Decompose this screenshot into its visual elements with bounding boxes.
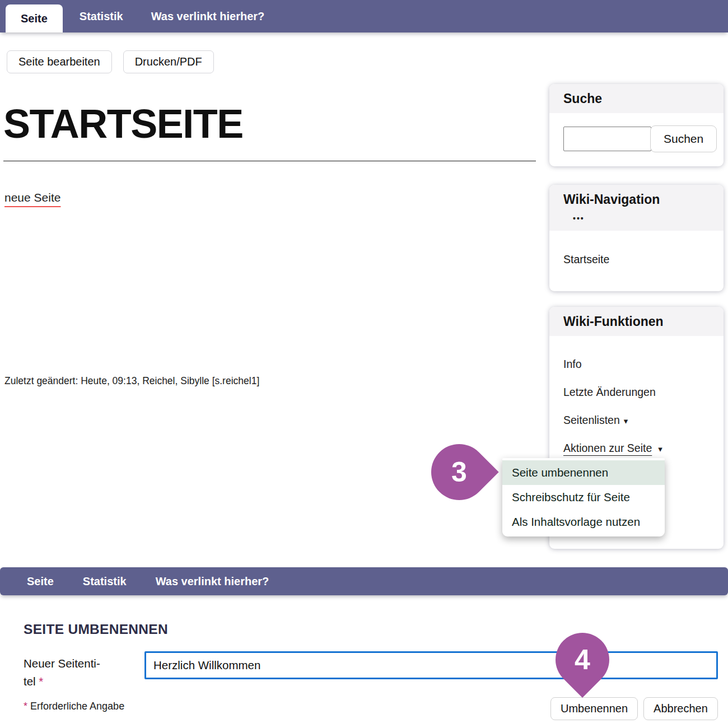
tab-was-verlinkt-hierher[interactable]: Was verlinkt hierher? [156, 575, 269, 588]
tab-seite[interactable]: Seite [27, 575, 54, 588]
new-title-input[interactable] [144, 651, 718, 679]
wiki-navigation-body: Startseite [549, 231, 724, 266]
wiki-functions-header: Wiki-Funktionen [549, 307, 724, 336]
menu-item-inhaltsvorlage[interactable]: Als Inhaltsvorlage nutzen [502, 510, 665, 534]
chevron-down-icon: ▾ [658, 444, 662, 454]
page-title: STARTSEITE [3, 101, 243, 147]
wiki-functions-title: Wiki-Funktionen [563, 314, 664, 329]
step-3-callout: 3 [419, 432, 498, 511]
search-box-header: Suche [549, 84, 724, 113]
edit-page-button[interactable]: Seite bearbeiten [7, 50, 112, 73]
chevron-down-icon: ▾ [624, 416, 628, 426]
wiki-navigation-title: Wiki-Navigation [563, 192, 660, 207]
func-item-aktionen-zur-seite[interactable]: Aktionen zur Seite▾ [563, 442, 710, 455]
func-item-label: Info [563, 358, 582, 370]
func-item-label: Aktionen zur Seite [563, 442, 654, 454]
ellipsis-icon[interactable]: ••• [573, 214, 710, 223]
cancel-button[interactable]: Abbrechen [643, 697, 718, 720]
new-title-label-line2: tel [24, 675, 36, 688]
func-item-info[interactable]: Info [563, 358, 710, 371]
wiki-navigation-box: Wiki-Navigation ••• Startseite [549, 185, 724, 291]
search-box-body: Suchen [549, 113, 724, 152]
step-3-number: 3 [431, 444, 487, 500]
func-item-label: Letzte Änderungen [563, 386, 656, 398]
search-box: Suche Suchen [549, 84, 724, 166]
page-toolbar: Seite bearbeiten Drucken/PDF [7, 50, 214, 73]
menu-item-schreibschutz[interactable]: Schreibschutz für Seite [502, 485, 665, 510]
step-4-number: 4 [556, 633, 609, 687]
wiki-functions-body: Info Letzte Änderungen Seitenlisten▾ Akt… [549, 336, 724, 455]
new-page-link[interactable]: neue Seite [4, 191, 60, 204]
required-note-text: Erforderliche Angabe [30, 701, 124, 712]
required-asterisk: * [39, 675, 43, 688]
required-asterisk: * [24, 701, 27, 712]
func-item-letzte-aenderungen[interactable]: Letzte Änderungen [563, 386, 710, 399]
tab-was-verlinkt-hierher[interactable]: Was verlinkt hierher? [140, 10, 276, 23]
search-input[interactable] [563, 127, 651, 151]
tab-statistik[interactable]: Statistik [83, 575, 127, 588]
page-actions-dropdown: Seite umbenennen Schreibschutz für Seite… [502, 458, 665, 536]
required-note: * Erforderliche Angabe [24, 701, 124, 712]
new-title-label: Neuer Seitenti- tel * [24, 655, 122, 690]
rename-form-buttons: Umbenennen Abbrechen [550, 697, 718, 720]
wiki-navigation-header: Wiki-Navigation ••• [549, 185, 724, 231]
rename-button[interactable]: Umbenennen [550, 697, 638, 720]
nav-item-startseite[interactable]: Startseite [563, 253, 710, 266]
func-item-label: Seitenlisten [563, 414, 620, 426]
title-divider [3, 161, 536, 161]
last-modified-text: Zuletzt geändert: Heute, 09:13, Reichel,… [4, 375, 259, 387]
new-title-label-line1: Neuer Seitenti- [24, 657, 100, 670]
func-item-seitenlisten[interactable]: Seitenlisten▾ [563, 414, 710, 427]
search-button[interactable]: Suchen [650, 125, 717, 152]
menu-item-seite-umbenennen[interactable]: Seite umbenennen [502, 460, 665, 485]
tab-statistik[interactable]: Statistik [68, 10, 134, 23]
tab-seite[interactable]: Seite [6, 4, 63, 32]
wiki-page: Seite Statistik Was verlinkt hierher? Se… [0, 0, 728, 728]
rename-view-tab-bar: Seite Statistik Was verlinkt hierher? [0, 567, 728, 595]
page-tab-bar: Seite Statistik Was verlinkt hierher? [0, 0, 728, 32]
search-box-title: Suche [563, 91, 602, 106]
print-pdf-button[interactable]: Drucken/PDF [123, 50, 214, 73]
rename-section-heading: SEITE UMBENENNEN [24, 622, 168, 637]
step-4-callout: 4 [544, 622, 620, 698]
